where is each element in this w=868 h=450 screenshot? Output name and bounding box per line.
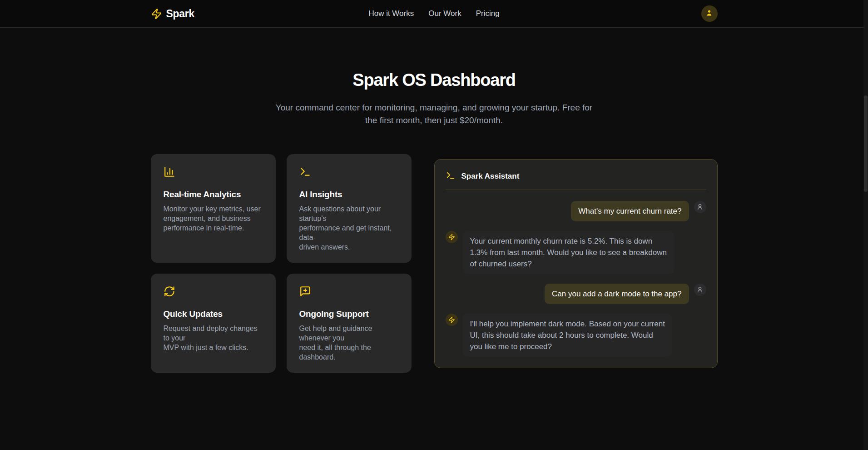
user-avatar bbox=[694, 284, 706, 296]
refresh-icon bbox=[164, 285, 264, 299]
feature-card-quick-updates: Quick Updates Request and deploy changes… bbox=[151, 274, 276, 373]
spark-assistant-panel: Spark Assistant What's my current churn … bbox=[434, 159, 718, 368]
brand-name: Spark bbox=[166, 8, 194, 20]
zap-icon bbox=[448, 316, 455, 323]
feature-description: Get help and guidance whenever you need … bbox=[299, 324, 400, 362]
top-navbar: Spark How it Works Our Work Pricing bbox=[0, 0, 868, 28]
page-title: Spark OS Dashboard bbox=[0, 70, 868, 90]
feature-card-ongoing-support: Ongoing Support Get help and guidance wh… bbox=[287, 274, 412, 373]
terminal-icon bbox=[446, 170, 456, 182]
chat-message-assistant: Your current monthly churn rate is 5.2%.… bbox=[446, 231, 706, 274]
chat-message-user: What's my current churn rate? bbox=[446, 201, 706, 221]
user-message-bubble: Can you add a dark mode to the app? bbox=[545, 284, 689, 304]
assistant-title: Spark Assistant bbox=[461, 172, 520, 181]
nav-link-how-it-works[interactable]: How it Works bbox=[368, 9, 414, 18]
brand-logo[interactable]: Spark bbox=[151, 8, 194, 20]
feature-description: Request and deploy changes to your MVP w… bbox=[164, 324, 264, 352]
assistant-avatar bbox=[446, 314, 458, 326]
feature-description: Monitor your key metrics, user engagemen… bbox=[164, 204, 264, 233]
feature-title: Quick Updates bbox=[164, 309, 264, 319]
message-square-plus-icon bbox=[299, 285, 400, 299]
page-subtitle: Your command center for monitoring, mana… bbox=[0, 101, 868, 127]
feature-grid: Real-time Analytics Monitor your key met… bbox=[151, 154, 412, 373]
main-nav: How it Works Our Work Pricing bbox=[368, 9, 499, 18]
scrollbar-thumb[interactable] bbox=[864, 95, 868, 192]
scrollbar-track bbox=[863, 0, 868, 450]
hero-section: Spark OS Dashboard Your command center f… bbox=[0, 28, 868, 127]
feature-title: Real-time Analytics bbox=[164, 190, 264, 200]
chat-messages: What's my current churn rate? Your curre… bbox=[446, 201, 706, 357]
user-icon bbox=[705, 9, 713, 18]
main-content: Real-time Analytics Monitor your key met… bbox=[144, 154, 725, 373]
terminal-icon bbox=[299, 166, 400, 180]
assistant-header: Spark Assistant bbox=[446, 170, 706, 190]
bar-chart-icon bbox=[164, 166, 264, 180]
chat-message-assistant: I'll help you implement dark mode. Based… bbox=[446, 314, 706, 357]
chat-message-user: Can you add a dark mode to the app? bbox=[446, 284, 706, 304]
user-avatar bbox=[694, 201, 706, 213]
account-avatar-button[interactable] bbox=[701, 5, 718, 22]
user-icon bbox=[696, 203, 704, 210]
zap-icon bbox=[448, 234, 455, 240]
feature-title: Ongoing Support bbox=[299, 309, 400, 319]
zap-icon bbox=[151, 8, 162, 20]
user-message-bubble: What's my current churn rate? bbox=[571, 201, 689, 221]
feature-card-ai-insights: AI Insights Ask questions about your sta… bbox=[287, 154, 412, 263]
user-icon bbox=[696, 286, 704, 293]
assistant-avatar bbox=[446, 231, 458, 243]
assistant-message-bubble: I'll help you implement dark mode. Based… bbox=[463, 314, 672, 357]
feature-card-realtime-analytics: Real-time Analytics Monitor your key met… bbox=[151, 154, 276, 263]
feature-description: Ask questions about your startup's perfo… bbox=[299, 204, 400, 252]
assistant-message-bubble: Your current monthly churn rate is 5.2%.… bbox=[463, 231, 674, 274]
nav-link-our-work[interactable]: Our Work bbox=[428, 9, 461, 18]
feature-title: AI Insights bbox=[299, 190, 400, 200]
nav-link-pricing[interactable]: Pricing bbox=[476, 9, 500, 18]
